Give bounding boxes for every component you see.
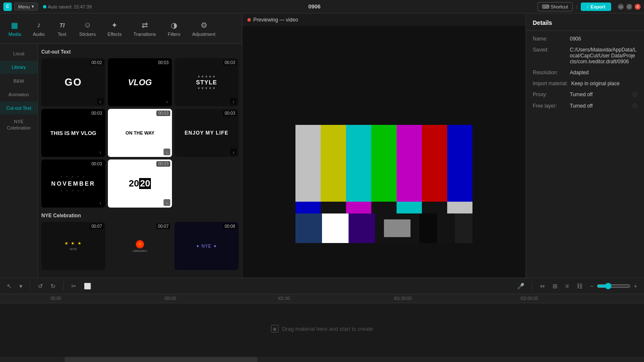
list-item[interactable]: ENJOY MY LIFE 00:03 ↓ bbox=[174, 109, 239, 157]
toolbar-separator bbox=[532, 282, 532, 290]
sidebar-item-local[interactable]: Local bbox=[0, 47, 38, 60]
download-icon[interactable]: ↓ bbox=[97, 98, 104, 105]
list-item[interactable]: GO 00:02 ↓ bbox=[41, 58, 105, 106]
tool-adjustment[interactable]: ⚙ Adjustment bbox=[187, 18, 220, 39]
autosave-dot-icon bbox=[43, 5, 46, 8]
cursor-tool[interactable]: ↖ bbox=[5, 281, 13, 291]
zoom-fit-button[interactable]: ⇔ bbox=[538, 281, 547, 291]
card-duration: 00:07 bbox=[156, 224, 170, 229]
tool-filters[interactable]: ◑ Filters bbox=[163, 18, 185, 39]
zoom-in-button[interactable]: + bbox=[632, 281, 639, 291]
cutout-grid: GO 00:02 ↓ VLOG 00:03 ↓ ▲▲▲▲▲ S bbox=[41, 58, 239, 208]
stickers-icon: ☺ bbox=[83, 21, 92, 30]
detail-row-proxy: Proxy: Turned off ⓘ bbox=[533, 92, 637, 98]
export-icon: ↑ bbox=[587, 4, 589, 9]
delete-button[interactable]: ⬜ bbox=[82, 281, 93, 291]
snap-button[interactable]: ⊞ bbox=[551, 281, 559, 291]
list-item[interactable]: celebration 00:07 bbox=[108, 222, 172, 270]
list-item[interactable]: ★ ★ ★ NYE 00:07 bbox=[41, 222, 105, 270]
nye-grid: ★ ★ ★ NYE 00:07 celebration bbox=[41, 222, 239, 270]
ruler-mark: 00:00 bbox=[51, 296, 61, 301]
effects-icon: ✦ bbox=[110, 21, 119, 30]
ruler-mark: I30:00 bbox=[164, 296, 176, 301]
topbar: C Menu ▾ Auto saved: 15:47:39 0906 ⌨ Sho… bbox=[0, 0, 644, 14]
card-duration: 00:03 bbox=[90, 161, 104, 167]
adjustment-icon: ⚙ bbox=[199, 21, 209, 30]
project-title: 0906 bbox=[97, 3, 532, 10]
timeline-tracks: ▣ Drag material here and start to create bbox=[0, 303, 644, 354]
maximize-button[interactable]: □ bbox=[626, 4, 632, 10]
zoom-slider[interactable] bbox=[597, 283, 631, 289]
sidebar-item-library[interactable]: Library bbox=[0, 61, 38, 73]
list-item[interactable]: VLOG 00:03 ↓ bbox=[108, 58, 172, 106]
zoom-out-button[interactable]: − bbox=[588, 281, 595, 291]
microphone-button[interactable]: 🎤 bbox=[515, 281, 526, 291]
menu-button[interactable]: Menu ▾ bbox=[14, 3, 38, 11]
timeline-area: ↖ ▾ ↺ ↻ ✂ ⬜ 🎤 ⇔ ⊞ ≡ ⛓ − + 00:00 I30:00 I… bbox=[0, 278, 644, 362]
download-icon[interactable]: ↓ bbox=[97, 149, 104, 155]
card-duration: 00:03 bbox=[156, 161, 170, 167]
details-title: Details bbox=[526, 14, 644, 31]
toolbar: ▦ Media ♪ Audio TI Text ☺ Stickers ✦ Eff… bbox=[0, 14, 242, 44]
list-item[interactable]: THIS IS MY VLOG 00:03 ↓ bbox=[41, 109, 105, 157]
tool-media[interactable]: ▦ Media bbox=[3, 18, 26, 39]
ruler-mark: I01:00 bbox=[278, 296, 290, 301]
export-button[interactable]: ↑ Export bbox=[581, 3, 611, 11]
redo-button[interactable]: ↻ bbox=[49, 281, 57, 291]
close-button[interactable]: ✕ bbox=[635, 4, 641, 10]
card-duration: 00:03 bbox=[156, 111, 170, 116]
download-icon[interactable]: ↓ bbox=[164, 98, 170, 105]
split-button[interactable]: ✂ bbox=[70, 281, 78, 291]
card-duration: 00:07 bbox=[90, 224, 104, 229]
minimize-button[interactable]: — bbox=[618, 4, 624, 10]
color-bars bbox=[295, 125, 472, 243]
toolbar-separator bbox=[30, 282, 30, 290]
audio-icon: ♪ bbox=[34, 21, 43, 30]
sidebar-item-animation[interactable]: Animation bbox=[0, 88, 38, 101]
tool-effects[interactable]: ✦ Effects bbox=[102, 18, 126, 39]
download-icon[interactable]: ↓ bbox=[164, 199, 170, 206]
cutout-section-title: Cut-out Text bbox=[41, 49, 239, 55]
details-table: Name: 0906 Saved: C:/Users/Malavida/AppD… bbox=[526, 31, 644, 119]
ripple-button[interactable]: ≡ bbox=[564, 281, 570, 291]
sidebar-item-nye[interactable]: NYE Celebration bbox=[0, 115, 38, 134]
preview-status-dot bbox=[247, 18, 251, 22]
download-icon[interactable]: ↓ bbox=[97, 199, 104, 206]
timeline-ruler: 00:00 I30:00 I01:00 I01:30:00 I02:00:00 bbox=[0, 294, 644, 303]
detail-row-freelayer: Free layer: Turned off ⓘ bbox=[533, 103, 637, 109]
preview-header: Previewing — video bbox=[242, 14, 526, 26]
list-item[interactable]: 2020 00:03 ↓ bbox=[108, 159, 172, 208]
download-icon[interactable]: ↓ bbox=[230, 98, 237, 105]
detail-row-name: Name: 0906 bbox=[533, 36, 637, 42]
link-button[interactable]: ⛓ bbox=[575, 281, 584, 291]
toolbar-separator bbox=[63, 282, 64, 290]
tool-stickers[interactable]: ☺ Stickers bbox=[74, 18, 101, 39]
timeline-content: 00:00 I30:00 I01:00 I01:30:00 I02:00:00 … bbox=[0, 294, 644, 357]
undo-button[interactable]: ↺ bbox=[36, 281, 45, 291]
card-duration: 00:03 bbox=[156, 60, 170, 65]
sidebar-item-cutout[interactable]: Cut-out Text bbox=[0, 102, 38, 114]
tool-audio[interactable]: ♪ Audio bbox=[28, 18, 50, 39]
topbar-right: ⌨ Shortcut | ↑ Export — □ ✕ bbox=[537, 2, 641, 11]
download-icon[interactable]: ↓ bbox=[230, 149, 237, 155]
tool-text[interactable]: TI Text bbox=[51, 18, 72, 39]
menu-chevron-icon: ▾ bbox=[32, 4, 34, 9]
timeline-scrollbar[interactable] bbox=[0, 357, 644, 362]
detail-row-resolution: Resolution: Adapted bbox=[533, 70, 637, 76]
list-item[interactable]: ▲▲▲▲▲ STYLE ▼▼▼▼▼ 00:03 ↓ bbox=[174, 58, 239, 106]
text-icon: TI bbox=[57, 21, 67, 30]
sidebar-item-bw[interactable]: B&W bbox=[0, 75, 38, 87]
list-item[interactable]: ON THE WAY 00:03 ↓ bbox=[108, 109, 172, 157]
download-icon[interactable]: ↓ bbox=[164, 149, 170, 155]
list-item[interactable]: ✦ NYE ✦ 00:08 bbox=[174, 222, 239, 270]
card-duration: 00:02 bbox=[90, 60, 104, 65]
list-item[interactable]: • • • • • NOVEMBER • • • • • 00:03 ↓ bbox=[41, 159, 105, 208]
select-dropdown[interactable]: ▾ bbox=[18, 281, 24, 291]
transitions-icon: ⇄ bbox=[140, 21, 149, 30]
detail-row-saved: Saved: C:/Users/Malavida/AppData/Local/C… bbox=[533, 47, 637, 65]
tool-transitions[interactable]: ⇄ Transitions bbox=[129, 18, 161, 39]
preview-video bbox=[295, 125, 472, 243]
drag-hint: ▣ Drag material here and start to create bbox=[271, 325, 373, 332]
card-duration: 00:03 bbox=[223, 111, 237, 116]
shortcut-button[interactable]: ⌨ Shortcut bbox=[537, 2, 573, 11]
